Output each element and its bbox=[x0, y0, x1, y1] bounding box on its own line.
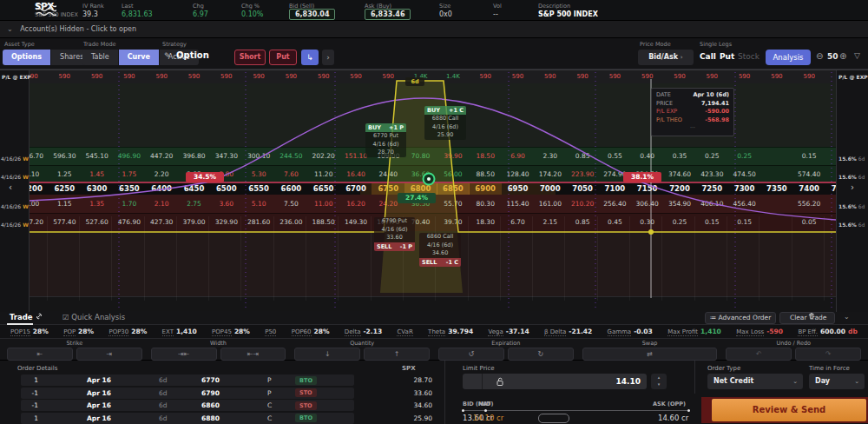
order-leg-row[interactable]: 1Apr 166d6880CBTO25.90 bbox=[0, 413, 444, 424]
row-iv-label: 15.6% 6d bbox=[838, 174, 865, 180]
asset-type-options[interactable]: Options bbox=[3, 50, 51, 65]
price-slider-handle[interactable] bbox=[538, 414, 569, 423]
expiration-row-label[interactable]: 4/16/26 W bbox=[1, 156, 29, 162]
expiration-row-label[interactable]: 4/16/26 W bbox=[1, 203, 29, 209]
leg-marker-6770-put[interactable]: BUY+1 P6770 Put4/16 (6d)28.70 bbox=[365, 123, 406, 157]
chevron-right-icon: › bbox=[681, 54, 683, 61]
curve-analysis-chart[interactable]: 5905905905905905905905905905905905901.4K… bbox=[0, 70, 868, 312]
stat-pop: POP28% bbox=[63, 328, 94, 335]
stepper-up-icon[interactable]: ▴ bbox=[651, 374, 667, 381]
adjuster-swap-button[interactable]: ⇄ bbox=[582, 348, 718, 361]
header-field-label: Last bbox=[122, 3, 134, 10]
scroll-left-icon[interactable]: ‹ bbox=[9, 182, 12, 192]
header-field-label: Chg bbox=[193, 3, 204, 10]
stat-theta: Theta39.794 bbox=[428, 328, 473, 335]
pl-exp-axis-label-left: P/L @ EXP bbox=[2, 74, 31, 80]
tent-dte-badge: 6d bbox=[405, 77, 424, 86]
expiration-row-label[interactable]: 4/16/26 W bbox=[1, 174, 29, 180]
adjuster-quantity-button[interactable]: ↑ bbox=[364, 348, 430, 361]
asset-type-segmented: OptionsShares bbox=[3, 50, 92, 65]
prob-badge-right: 38.1% bbox=[623, 172, 661, 182]
zoom-level-value[interactable]: 50 bbox=[827, 52, 838, 61]
row-iv-label: 15.6% 6d bbox=[838, 203, 865, 209]
adjuster-strike: Strike⇤⇥ bbox=[7, 339, 142, 360]
strategy-pill-short[interactable]: Short bbox=[234, 50, 266, 65]
stat-p50: P50 bbox=[265, 328, 276, 335]
leg-marker-6880-call[interactable]: BUY+1 C6880 Call4/16 (6d)25.90 bbox=[424, 106, 466, 140]
row-iv-label: 15.6% 6d bbox=[838, 156, 865, 162]
order-leg-row[interactable]: 1Apr 166d6770PBTO28.70 bbox=[0, 374, 444, 386]
adjuster-strike-button[interactable]: ⇤ bbox=[7, 348, 73, 361]
clear-trade-button[interactable]: Clear Trade bbox=[779, 312, 835, 324]
single-leg-call[interactable]: Call bbox=[700, 52, 716, 61]
limit-price-input[interactable]: 14.10 bbox=[463, 374, 647, 389]
order-leg-row[interactable]: -1Apr 166d6860CSTO34.60 bbox=[0, 400, 444, 411]
move-leg-button[interactable]: ↳ bbox=[301, 50, 319, 65]
trading-platform-window: SPX S&P 500 INDEX IV Rank39.3Last6,831.6… bbox=[0, 0, 868, 424]
adjuster-quantity-button[interactable]: ↓ bbox=[294, 348, 360, 361]
zoom-out-icon[interactable]: ⊖ bbox=[816, 51, 823, 61]
adjuster-undo-redo-button[interactable]: ↷ bbox=[795, 348, 861, 361]
adjuster-swap: Swap⇄ bbox=[582, 339, 718, 360]
single-leg-put[interactable]: Put bbox=[720, 52, 734, 61]
tab-trade[interactable]: Trade bbox=[7, 313, 33, 325]
strategy-pill-put[interactable]: Put bbox=[269, 50, 297, 65]
stat-max-loss: Max Loss-590 bbox=[736, 328, 783, 335]
row-iv-label: 15.6% 6d bbox=[838, 222, 865, 228]
leg-marker-6860-call[interactable]: 6860 Call4/16 (6d)34.60SELL-1 C bbox=[419, 233, 461, 267]
stat-gamma: Gamma-0.03 bbox=[608, 328, 653, 335]
header-field-label: IV Rank bbox=[82, 3, 104, 10]
scroll-right-icon[interactable]: › bbox=[851, 182, 854, 192]
adjuster-expiration-button[interactable]: ↻ bbox=[508, 348, 574, 361]
quote-header: SPX S&P 500 INDEX IV Rank39.3Last6,831.6… bbox=[0, 0, 868, 21]
advanced-order-button[interactable]: ≔ Advanced Order bbox=[705, 312, 776, 324]
zoom-in-icon[interactable]: ⊕ bbox=[839, 51, 846, 61]
chevron-down-icon: ⌄ bbox=[792, 374, 798, 389]
tab-quick-analysis[interactable]: ☑ Quick Analysis bbox=[62, 313, 125, 321]
more-options-chevron-icon[interactable]: ⌄ bbox=[844, 313, 850, 321]
analysis-toggle-button[interactable]: Analysis bbox=[766, 50, 811, 65]
price-mode-select[interactable]: Bid/Ask › bbox=[638, 50, 694, 65]
adjuster-expiration-button[interactable]: ↺ bbox=[438, 348, 504, 361]
trade-mode-label: Trade Mode bbox=[83, 41, 116, 48]
pl-exp-axis-label-right: P/L @ EXP bbox=[838, 74, 868, 80]
expiration-row-label[interactable]: 4/16/26 W bbox=[1, 222, 29, 228]
order-leg-row[interactable]: -1Apr 166d6790PSTO33.60 bbox=[0, 388, 444, 399]
pencil-icon[interactable]: ✎ bbox=[164, 51, 171, 60]
header-field-value: 0x0 bbox=[439, 10, 452, 18]
accounts-bar-label: Account(s) Hidden - Click to open bbox=[20, 25, 136, 33]
accounts-bar[interactable]: ⌄ Account(s) Hidden - Click to open bbox=[0, 21, 868, 38]
limit-price-value[interactable]: 14.10 bbox=[616, 374, 641, 389]
chat-check-icon: ☑ bbox=[62, 313, 69, 321]
leg-marker-6790-put[interactable]: 6790 Put4/16 (6d)33.60SELL-1 P bbox=[374, 217, 415, 251]
tif-select[interactable]: Day ⌄ bbox=[809, 374, 865, 389]
stat-pop45: POP4528% bbox=[212, 328, 250, 335]
header-field-label: Description bbox=[538, 3, 570, 10]
price-mode-label: Price Mode bbox=[640, 41, 671, 48]
adjuster-width-button[interactable]: ⇤⇥ bbox=[220, 348, 286, 361]
header-field-label: Size bbox=[439, 3, 450, 10]
filter-icon[interactable]: ▽ bbox=[854, 51, 860, 60]
header-field-value: 6,831.63 bbox=[122, 10, 153, 18]
adjuster-strike-button[interactable]: ⇥ bbox=[76, 348, 142, 361]
single-leg-stock[interactable]: Stock bbox=[738, 52, 760, 61]
adjuster-width-button[interactable]: ⇥⇤ bbox=[151, 348, 217, 361]
stepper-down-icon[interactable]: ▾ bbox=[651, 381, 667, 388]
review-send-button[interactable]: Review & Send bbox=[712, 399, 866, 421]
price-rail[interactable] bbox=[463, 410, 690, 411]
adjuster-undo-redo-button[interactable]: ↶ bbox=[726, 348, 792, 361]
limit-price-stepper[interactable]: ▴ ▾ bbox=[651, 374, 667, 389]
adjuster-undo-redo: Undo / Redo↶↷ bbox=[726, 339, 861, 360]
header-field-value[interactable]: 6,833.46 bbox=[365, 9, 411, 20]
strategy-next-button[interactable]: › bbox=[322, 50, 334, 65]
header-field-value[interactable]: 6,830.04 bbox=[289, 9, 335, 20]
stat-delta: Delta-2.13 bbox=[345, 328, 382, 335]
order-type-select[interactable]: Net Credit ⌄ bbox=[707, 374, 803, 389]
right-chart-gutter: P/L @ EXP › 15.6% 6d15.6% 6d15.6% 6d15.6… bbox=[836, 70, 868, 312]
trade-mode-curve[interactable]: Curve bbox=[119, 50, 160, 65]
strategy-name[interactable]: Option bbox=[176, 50, 209, 60]
trade-mode-table[interactable]: Table bbox=[82, 50, 119, 65]
single-legs-label: Single Legs bbox=[700, 41, 732, 48]
crosshair-dot bbox=[648, 229, 654, 235]
sliders-icon: ≔ bbox=[710, 313, 717, 323]
